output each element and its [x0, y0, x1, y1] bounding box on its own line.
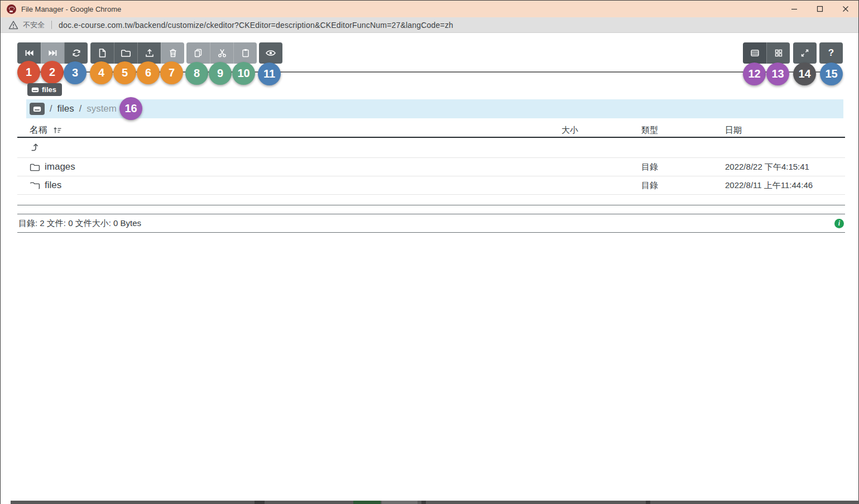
toolbar-clipboard-group — [186, 42, 257, 64]
reload-icon — [71, 48, 81, 58]
som-badge-15[interactable]: 15 — [820, 63, 843, 85]
window-title: File Manager - Google Chrome — [21, 5, 121, 13]
upload-icon — [145, 48, 155, 58]
som-badge-13[interactable]: 13 — [766, 63, 789, 85]
maximize-button[interactable] — [807, 1, 833, 17]
list-view-button[interactable] — [743, 42, 766, 64]
table-bottom-border — [17, 205, 845, 205]
security-label: 不安全 — [23, 20, 45, 30]
taskbar-segment — [255, 501, 265, 504]
new-file-button[interactable] — [90, 42, 114, 64]
grid-view-button[interactable] — [766, 42, 790, 64]
new-folder-icon — [121, 48, 131, 58]
copy-icon — [193, 48, 203, 58]
column-header-date[interactable]: 日期 — [725, 125, 845, 136]
som-badge-3[interactable]: 3 — [64, 61, 87, 84]
copy-button[interactable] — [186, 42, 210, 64]
clipboard-icon — [241, 48, 251, 58]
som-badge-16[interactable]: 16 — [119, 97, 142, 120]
som-badge-6[interactable]: 6 — [137, 61, 160, 84]
breadcrumb-segment-files[interactable]: files — [57, 103, 74, 114]
address-separator — [51, 21, 52, 29]
toolbar-preview-group — [259, 42, 282, 64]
window-controls — [781, 1, 858, 17]
delete-button[interactable] — [161, 42, 184, 64]
column-header-size[interactable]: 大小 — [562, 125, 641, 136]
fullscreen-button[interactable] — [793, 42, 817, 64]
info-icon[interactable]: i — [834, 219, 844, 228]
breadcrumb-separator: / — [50, 104, 52, 114]
tooltip-text: files — [42, 85, 56, 94]
title-bar: File Manager - Google Chrome — [1, 0, 858, 17]
som-badge-11[interactable]: 11 — [258, 63, 281, 85]
taskbar-segment — [382, 501, 417, 504]
breadcrumb-home-button[interactable] — [30, 103, 45, 115]
folder-icon — [30, 162, 40, 172]
taskbar-sliver[interactable] — [11, 501, 859, 504]
taskbar-segment — [353, 501, 381, 504]
toolbar-file-group — [90, 42, 184, 64]
som-badge-10[interactable]: 10 — [232, 62, 255, 85]
toolbar-help-group: ? — [819, 42, 843, 64]
status-text: 目錄: 2 文件: 0 文件大小: 0 Bytes — [17, 218, 141, 229]
som-badge-7[interactable]: 7 — [160, 61, 183, 84]
som-badge-5[interactable]: 5 — [113, 61, 136, 84]
folder-icon — [30, 181, 40, 190]
upload-button[interactable] — [137, 42, 161, 64]
eye-icon — [265, 48, 276, 58]
close-icon — [842, 6, 849, 12]
new-folder-button[interactable] — [114, 42, 137, 64]
drive-icon — [31, 87, 39, 93]
breadcrumb: / files / system — [26, 99, 843, 118]
table-row-parent-dir[interactable] — [17, 138, 845, 158]
table-row-files[interactable]: files 目錄 2022/8/11 上午11:44:46 — [17, 176, 845, 195]
level-up-icon — [30, 142, 40, 153]
skip-forward-icon — [48, 48, 58, 58]
minimize-icon — [791, 6, 798, 12]
som-badge-2[interactable]: 2 — [41, 61, 64, 84]
list-view-icon — [750, 48, 760, 58]
reload-button[interactable] — [64, 42, 88, 64]
grid-view-icon — [774, 48, 784, 58]
taskbar-segment — [646, 501, 650, 504]
volume-tooltip: files — [27, 83, 62, 96]
som-badge-14[interactable]: 14 — [793, 63, 816, 85]
minimize-button[interactable] — [781, 1, 807, 17]
toolbar-fullscreen-group — [793, 42, 817, 64]
preview-button[interactable] — [259, 42, 282, 64]
cut-button[interactable] — [210, 42, 233, 64]
som-badge-1[interactable]: 1 — [17, 61, 40, 84]
close-button[interactable] — [833, 1, 858, 17]
som-badge-4[interactable]: 4 — [90, 61, 113, 84]
column-header-type[interactable]: 類型 — [641, 125, 725, 136]
taskbar-segment — [421, 501, 426, 504]
paste-button[interactable] — [233, 42, 257, 64]
new-file-icon — [97, 48, 107, 58]
file-name: images — [45, 161, 75, 172]
scissors-icon — [217, 48, 227, 58]
drive-icon — [33, 105, 41, 113]
som-badge-12[interactable]: 12 — [743, 63, 766, 85]
file-date: 2022/8/22 下午4:15:41 — [725, 162, 845, 172]
site-favicon-icon — [7, 4, 16, 14]
maximize-icon — [817, 6, 823, 12]
status-bar: 目錄: 2 文件: 0 文件大小: 0 Bytes i — [17, 214, 845, 233]
address-bar[interactable]: 不安全 doc.e-course.com.tw/backend/customiz… — [1, 17, 858, 33]
help-button[interactable]: ? — [819, 42, 843, 64]
file-type: 目錄 — [641, 162, 725, 172]
column-header-name[interactable]: 名稱 — [17, 124, 562, 136]
file-type: 目錄 — [641, 180, 725, 191]
file-name: files — [45, 180, 61, 191]
file-table: 名稱 大小 類型 日期 images 目錄 2022/8/22 下午4:15:4… — [17, 123, 845, 195]
url-text: doc.e-course.com.tw/backend/customize/ck… — [59, 21, 453, 30]
table-row-images[interactable]: images 目錄 2022/8/22 下午4:15:41 — [17, 158, 845, 176]
help-icon: ? — [828, 47, 834, 59]
som-badge-8[interactable]: 8 — [185, 62, 208, 85]
toolbar-view-group — [743, 42, 790, 64]
breadcrumb-segment-system: system — [87, 103, 117, 114]
file-date: 2022/8/11 上午11:44:46 — [725, 180, 845, 191]
som-badge-9[interactable]: 9 — [209, 62, 232, 85]
breadcrumb-separator: / — [79, 104, 81, 114]
sort-ascending-icon — [53, 126, 62, 135]
fullscreen-icon — [800, 48, 810, 58]
